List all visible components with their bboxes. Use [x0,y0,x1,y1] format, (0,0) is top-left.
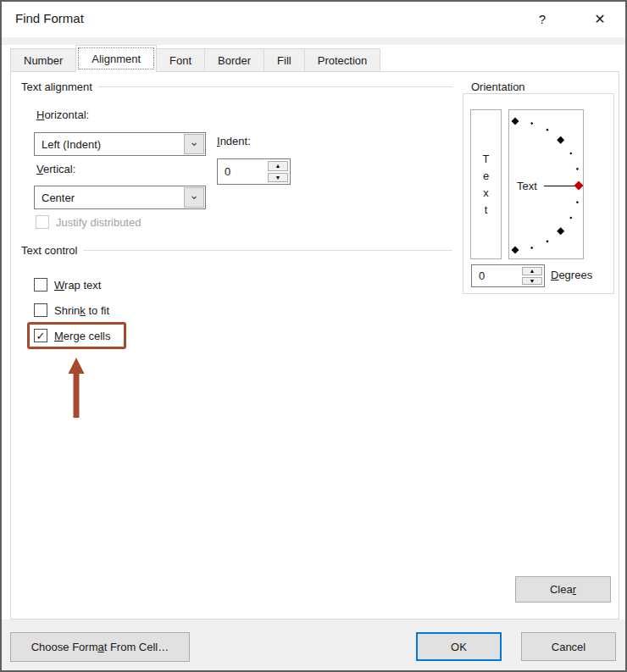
chevron-down-icon: ⌄ [189,188,199,202]
gauge-handle-diamond[interactable] [574,181,584,191]
indent-spin-down-button[interactable]: ▼ [268,173,288,183]
indent-value: 0 [218,159,266,184]
dialog-footer: Choose Format From Cell… OK Cancel [2,619,625,672]
merge-cells-checkbox[interactable]: ✓ [34,329,47,342]
find-format-dialog: Find Format ? ✕ Number Alignment Font Bo… [0,0,627,672]
vertical-dropdown-button[interactable]: ⌄ [184,187,204,208]
choose-format-from-cell-button[interactable]: Choose Format From Cell… [10,632,190,662]
titlebar-separator [2,37,625,45]
spinner-up-icon: ▲ [530,268,535,274]
titlebar: Find Format ? ✕ [2,2,625,37]
merge-cells-label: Merge cells [54,330,110,342]
horizontal-select-value: Left (Indent) [35,138,183,151]
wrap-text-label: Wrap text [54,279,101,292]
degrees-value: 0 [472,265,520,286]
clear-button[interactable]: Clear [515,576,611,603]
checkmark-icon: ✓ [36,330,46,342]
spinner-down-icon: ▼ [530,278,535,284]
horizontal-dropdown-button[interactable]: ⌄ [184,134,204,154]
shrink-to-fit-checkbox-row[interactable]: Shrink to fit [34,302,109,319]
indent-spin-up-button[interactable]: ▲ [268,161,288,171]
orientation-group-label: Orientation [467,81,530,93]
justify-distributed-checkbox-row: Justify distributed [36,214,141,230]
degrees-spin-down-button[interactable]: ▼ [522,277,542,286]
vertical-label: Vertical: [36,163,75,175]
tab-fill[interactable]: Fill [264,48,305,72]
justify-distributed-checkbox [36,215,49,229]
window-title: Find Format [15,11,84,25]
wrap-text-checkbox[interactable] [34,278,47,292]
tab-protection[interactable]: Protection [304,48,381,72]
close-icon: ✕ [594,11,605,27]
spinner-down-icon: ▼ [275,175,281,180]
vertical-select[interactable]: Center ⌄ [34,186,206,209]
merge-cells-checkbox-row[interactable]: ✓ Merge cells [34,327,110,344]
tab-number[interactable]: Number [10,48,76,72]
degrees-input[interactable]: 0 ▲ ▼ [471,264,545,287]
justify-distributed-label: Justify distributed [56,216,141,229]
annotation-arrow-up-icon [66,358,86,419]
help-icon: ? [539,12,546,26]
tab-border[interactable]: Border [204,48,264,72]
shrink-to-fit-checkbox[interactable] [34,303,47,317]
tab-font[interactable]: Font [156,48,205,72]
close-button[interactable]: ✕ [583,2,617,36]
horizontal-label: Horizontal: [36,108,89,121]
orientation-gauge-dial: Text [509,110,583,258]
horizontal-select[interactable]: Left (Indent) ⌄ [34,132,206,156]
indent-input[interactable]: 0 ▲ ▼ [217,158,291,185]
vertical-select-value: Center [35,192,183,204]
tab-strip: Number Alignment Font Border Fill Protec… [10,45,380,72]
gauge-text-label: Text [517,180,537,192]
degrees-label: Degrees [551,269,592,281]
text-alignment-group-header: Text alignment [21,81,452,93]
wrap-text-checkbox-row[interactable]: Wrap text [34,276,101,293]
alignment-tab-page: Text alignment Horizontal: Left (Indent)… [10,71,619,619]
indent-label: Indent: [217,135,251,147]
chevron-down-icon: ⌄ [189,135,199,148]
vertical-text-preview[interactable]: T e x t [470,109,502,259]
ok-button[interactable]: OK [416,632,502,661]
text-control-group-header: Text control [21,244,452,257]
help-button[interactable]: ? [525,2,559,36]
orientation-gauge[interactable]: Text [508,109,584,259]
cancel-button[interactable]: Cancel [521,632,616,661]
tab-alignment[interactable]: Alignment [75,45,157,72]
shrink-to-fit-label: Shrink to fit [54,304,109,317]
spinner-up-icon: ▲ [275,163,281,169]
degrees-spin-up-button[interactable]: ▲ [522,267,542,275]
